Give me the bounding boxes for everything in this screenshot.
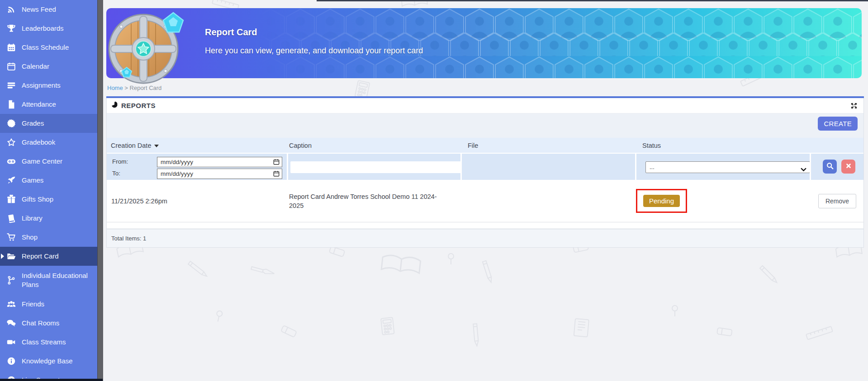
caption-filter-input[interactable] bbox=[290, 161, 461, 173]
document-icon bbox=[6, 99, 17, 110]
column-header-status: Status bbox=[635, 142, 810, 149]
sidebar-item-report-card[interactable]: Report Card bbox=[0, 247, 97, 266]
sidebar-item-leaderboards[interactable]: Leaderboards bbox=[0, 19, 97, 38]
rocket-icon bbox=[6, 175, 17, 186]
calendar-picker-icon[interactable] bbox=[273, 170, 280, 179]
sidebar-divider bbox=[97, 0, 103, 381]
file-filter-cell bbox=[460, 154, 635, 180]
screen-edge-artifact-bottom bbox=[0, 379, 103, 381]
calendar-grid-icon bbox=[6, 42, 17, 53]
row-actions-cell: Remove bbox=[810, 194, 863, 208]
sidebar-item-calendar[interactable]: Calendar bbox=[0, 57, 97, 76]
from-label: From: bbox=[112, 158, 128, 165]
sidebar-item-class-schedule[interactable]: Class Schedule bbox=[0, 38, 97, 57]
status-badge: Pending bbox=[643, 195, 680, 207]
panel-title: REPORTS bbox=[121, 102, 156, 109]
gift-icon bbox=[6, 194, 17, 205]
active-item-caret-icon bbox=[1, 254, 4, 259]
status-select[interactable]: ... bbox=[645, 161, 810, 173]
row-status-cell: Pending bbox=[635, 189, 810, 213]
sidebar-item-knowledge-base[interactable]: Knowledge Base bbox=[0, 352, 97, 371]
sidebar-item-game-center[interactable]: Game Center bbox=[0, 152, 97, 171]
page-subtitle: Here you can view, generate, and downloa… bbox=[205, 46, 423, 56]
status-filter-cell: ... bbox=[635, 154, 810, 180]
page-banner: Report Card Here you can view, generate,… bbox=[106, 8, 862, 78]
sidebar: News Feed Leaderboards Class Schedule Ca… bbox=[0, 0, 97, 381]
sidebar-item-friends[interactable]: Friends bbox=[0, 295, 97, 314]
cart-icon bbox=[6, 232, 17, 243]
sidebar-item-assignments[interactable]: Assignments bbox=[0, 76, 97, 95]
panel-footer: Total Items: 1 bbox=[107, 229, 863, 247]
filter-row: From: To: ... bbox=[107, 153, 863, 180]
sidebar-item-gradebook[interactable]: Gradebook bbox=[0, 133, 97, 152]
rss-icon bbox=[6, 4, 17, 15]
create-button[interactable]: CREATE bbox=[818, 117, 858, 131]
row-creation-date: 11/21/2025 2:26pm bbox=[107, 198, 287, 205]
sidebar-item-class-streams[interactable]: Class Streams bbox=[0, 333, 97, 352]
panel-header: REPORTS bbox=[107, 98, 863, 113]
sidebar-item-shop[interactable]: Shop bbox=[0, 228, 97, 247]
screen-edge-artifact-top bbox=[317, 0, 868, 1]
search-button[interactable] bbox=[823, 160, 837, 174]
remove-button[interactable]: Remove bbox=[818, 194, 856, 208]
video-icon bbox=[6, 337, 17, 348]
sidebar-item-attendance[interactable]: Attendance bbox=[0, 95, 97, 114]
calendar-icon bbox=[6, 61, 17, 72]
book-icon bbox=[6, 213, 17, 224]
seal-icon bbox=[6, 118, 17, 129]
panel-spacer bbox=[107, 222, 863, 229]
clear-filters-button[interactable] bbox=[841, 160, 855, 174]
sidebar-item-chat-rooms[interactable]: Chat Rooms bbox=[0, 314, 97, 333]
trophy-icon bbox=[6, 23, 17, 34]
date-filter-cell: From: To: bbox=[107, 154, 287, 180]
sidebar-item-grades[interactable]: Grades bbox=[0, 114, 97, 133]
pie-chart-icon bbox=[111, 101, 118, 110]
branch-icon bbox=[6, 275, 17, 286]
list-icon bbox=[6, 80, 17, 91]
hexagon-avatar-pattern bbox=[106, 8, 862, 78]
folder-open-icon bbox=[6, 251, 17, 262]
date-from-input-box bbox=[157, 157, 282, 167]
chat-icon bbox=[6, 318, 17, 329]
status-select-value: ... bbox=[650, 164, 655, 170]
table-row: 11/21/2025 2:26pm Report Card Andrew Tor… bbox=[107, 180, 863, 222]
gamepad-icon bbox=[6, 156, 17, 167]
sidebar-item-news-feed[interactable]: News Feed bbox=[0, 0, 97, 19]
sidebar-item-games[interactable]: Games bbox=[0, 171, 97, 190]
date-to-input[interactable] bbox=[157, 169, 282, 179]
date-to-input-box bbox=[157, 169, 282, 179]
to-label: To: bbox=[112, 170, 120, 177]
sidebar-item-library[interactable]: Library bbox=[0, 209, 97, 228]
date-from-input[interactable] bbox=[157, 157, 282, 167]
annotation-box: Pending bbox=[636, 189, 687, 213]
star-icon bbox=[6, 137, 17, 148]
column-header-creation-date[interactable]: Creation Date bbox=[107, 142, 287, 149]
expand-arrows-icon[interactable] bbox=[850, 102, 858, 110]
calendar-picker-icon[interactable] bbox=[273, 159, 280, 167]
sort-caret-icon bbox=[154, 145, 159, 147]
total-items-label: Total Items: 1 bbox=[111, 235, 146, 242]
shield-badge-icon bbox=[107, 9, 193, 93]
reports-panel: REPORTS CREATE Creation Date Caption Fil… bbox=[106, 96, 864, 248]
column-header-file: File bbox=[460, 142, 635, 149]
caption-filter-cell bbox=[287, 154, 460, 180]
x-icon bbox=[845, 163, 852, 170]
info-icon bbox=[6, 356, 17, 367]
row-caption: Report Card Andrew Torres School Demo 11… bbox=[287, 192, 460, 210]
sidebar-item-individual-educational-plans[interactable]: Individual Educational Plans bbox=[0, 266, 97, 295]
banner-background bbox=[106, 8, 862, 78]
page-title: Report Card bbox=[205, 27, 257, 38]
table-header-row: Creation Date Caption File Status bbox=[107, 138, 863, 153]
search-icon bbox=[826, 162, 834, 171]
sidebar-item-gifts-shop[interactable]: Gifts Shop bbox=[0, 190, 97, 209]
filter-actions-cell bbox=[810, 154, 863, 180]
chevron-down-icon bbox=[801, 165, 806, 174]
panel-toolbar: CREATE bbox=[107, 113, 863, 138]
users-icon bbox=[6, 299, 17, 310]
column-header-caption: Caption bbox=[287, 142, 460, 149]
